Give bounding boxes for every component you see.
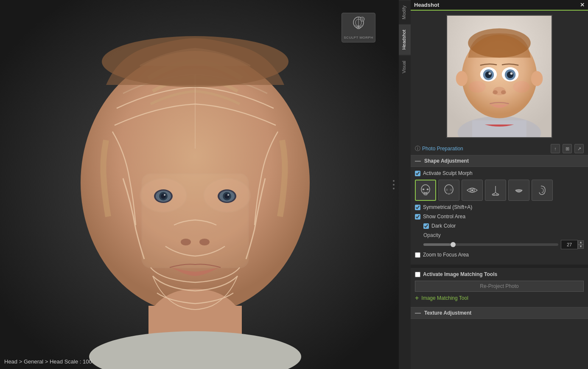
opacity-spin-up[interactable]: ▲ (578, 240, 584, 245)
opacity-spin-down[interactable]: ▼ (578, 245, 584, 249)
morph-skull-button[interactable] (438, 180, 459, 201)
separator-1 (411, 265, 588, 268)
right-panel: Modify Headshot Visual Headshot ✕ (399, 0, 588, 369)
svg-point-49 (427, 189, 429, 190)
zoom-to-focus-checkbox[interactable] (415, 252, 420, 258)
opacity-spinbox[interactable]: ▲ ▼ (578, 240, 584, 249)
symmetrical-checkbox[interactable] (415, 205, 420, 210)
morph-nose-button[interactable] (485, 180, 506, 201)
svg-point-38 (485, 71, 492, 78)
morph-face-button[interactable] (415, 180, 436, 201)
shape-adjustment-header: — Shape Adjustment (411, 155, 588, 167)
photo-preview-area (411, 11, 588, 142)
texture-adjustment-collapse[interactable]: — (415, 310, 421, 316)
photo-prep-row: ⓘ Photo Preparation ↑ ⊞ ↗ (411, 142, 588, 155)
show-control-area-label: Show Control Area (423, 214, 465, 220)
sculpt-morph-label: SCULPT MORPH (344, 36, 373, 39)
svg-point-52 (445, 189, 448, 191)
activate-sculpt-morph-label: Activate Sculpt Morph (423, 170, 473, 176)
close-button[interactable]: ✕ (580, 2, 585, 8)
svg-point-44 (501, 90, 506, 94)
grid-icon[interactable]: ⊞ (563, 144, 572, 153)
resize-handle[interactable] (393, 180, 395, 189)
reference-photo (446, 15, 552, 138)
svg-point-33 (531, 71, 543, 86)
dark-color-checkbox[interactable] (423, 223, 429, 229)
panel-title: Headshot (414, 2, 439, 8)
svg-point-45 (469, 81, 485, 93)
activate-sculpt-morph-row: Activate Sculpt Morph (415, 170, 584, 176)
svg-point-53 (450, 189, 452, 191)
opacity-value: 27 (561, 240, 578, 249)
morph-ear-button[interactable] (532, 180, 553, 201)
symmetrical-label: Symmetrical (Shift+A) (423, 204, 472, 210)
show-control-area-row: Show Control Area (415, 214, 584, 220)
svg-point-17 (227, 194, 229, 196)
activate-image-matching-checkbox[interactable] (415, 272, 420, 277)
shape-adjustment-body: Activate Sculpt Morph (411, 167, 588, 265)
svg-point-19 (199, 239, 210, 245)
activate-image-matching-label: Activate Image Matching Tools (423, 271, 497, 277)
3d-viewport[interactable]: ↑ SCULPT MORPH Head > General > Head Sca… (0, 0, 399, 369)
add-tool-plus-icon: + (415, 294, 419, 302)
photo-preparation-link[interactable]: Photo Preparation (422, 146, 463, 152)
opacity-row: Opacity 27 ▲ ▼ (415, 232, 584, 249)
shape-adjustment-title: Shape Adjustment (424, 158, 469, 164)
opacity-slider[interactable] (423, 243, 558, 246)
svg-text:↑: ↑ (361, 18, 363, 22)
opacity-slider-row: 27 ▲ ▼ (423, 240, 584, 249)
svg-point-41 (510, 72, 513, 75)
image-matching-section: Activate Image Matching Tools Re-Project… (411, 268, 588, 305)
texture-adjustment-header: — Texture Adjustment (411, 307, 588, 319)
breadcrumb: Head > General > Head Scale : 100 (4, 358, 92, 365)
symmetrical-row: Symmetrical (Shift+A) (415, 204, 584, 210)
morph-icons-row (415, 180, 584, 201)
export-icon[interactable]: ↗ (574, 144, 584, 153)
dark-color-label: Dark Color (431, 223, 456, 229)
morph-eye-button[interactable] (462, 180, 483, 201)
activate-sculpt-morph-checkbox[interactable] (415, 171, 420, 176)
tab-visual[interactable]: Visual (399, 55, 411, 79)
info-icon: ⓘ (415, 145, 420, 152)
photo-prep-icons: ↑ ⊞ ↗ (551, 144, 584, 153)
svg-point-48 (423, 189, 425, 190)
svg-point-32 (456, 71, 468, 86)
activate-image-matching-row: Activate Image Matching Tools (415, 271, 584, 277)
tab-bar: Modify Headshot Visual (399, 0, 411, 369)
dark-color-row: Dark Color (423, 223, 584, 229)
svg-point-40 (488, 72, 491, 75)
svg-point-46 (513, 81, 529, 93)
svg-point-39 (507, 71, 514, 78)
svg-point-43 (493, 90, 498, 94)
reproject-photo-button[interactable]: Re-Project Photo (415, 281, 584, 292)
svg-point-12 (164, 194, 165, 196)
upload-icon[interactable]: ↑ (551, 144, 560, 153)
add-image-matching-tool-row[interactable]: + Image Matching Tool (415, 294, 584, 302)
show-control-area-checkbox[interactable] (415, 214, 420, 220)
shape-adjustment-collapse[interactable]: — (415, 158, 421, 164)
tab-modify[interactable]: Modify (399, 0, 411, 24)
svg-rect-29 (472, 120, 526, 138)
svg-point-18 (181, 239, 191, 245)
zoom-to-focus-row: Zoom to Focus Area (415, 252, 584, 258)
sculpt-morph-button[interactable]: ↑ SCULPT MORPH (342, 13, 375, 42)
texture-adjustment-title: Texture Adjustment (424, 310, 471, 316)
zoom-to-focus-label: Zoom to Focus Area (423, 252, 469, 258)
tab-headshot[interactable]: Headshot (399, 24, 411, 55)
opacity-label: Opacity (423, 232, 584, 238)
add-tool-label: Image Matching Tool (421, 295, 468, 301)
morph-mouth-button[interactable] (508, 180, 529, 201)
panel-content: Headshot ✕ (411, 0, 588, 369)
svg-point-55 (471, 189, 473, 192)
title-bar: Headshot ✕ (411, 0, 588, 11)
